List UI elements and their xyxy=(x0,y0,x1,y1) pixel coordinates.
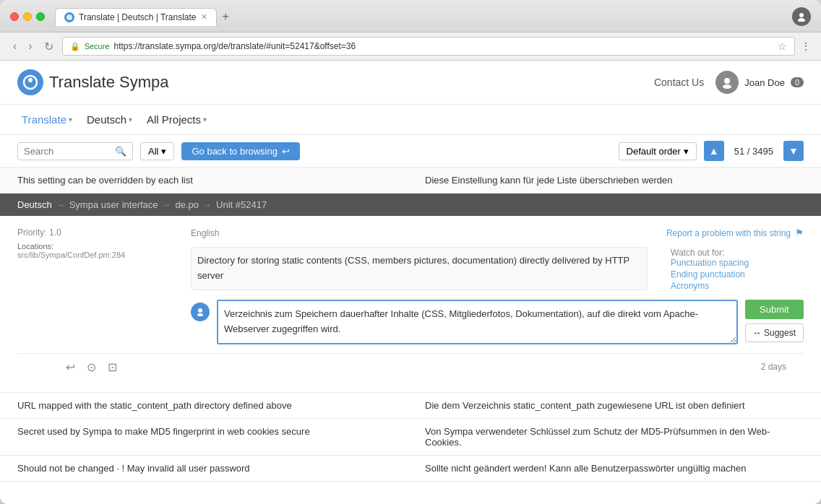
svg-point-4 xyxy=(28,78,33,82)
go-back-icon: ↩ xyxy=(282,146,290,157)
copy-button[interactable]: ⊙ xyxy=(85,358,98,376)
lang-label: English xyxy=(191,228,219,238)
order-dropdown-arrow: ▾ xyxy=(684,146,689,157)
back-button[interactable]: ‹ xyxy=(10,38,20,54)
translation-context: This setting can be overridden by each l… xyxy=(0,168,821,194)
next-unit-button[interactable]: ▼ xyxy=(783,141,804,161)
user-avatar xyxy=(715,71,739,94)
nav-translate[interactable]: Translate ▾ xyxy=(17,110,77,129)
new-tab-button[interactable]: + xyxy=(217,9,235,25)
unit-meta: Priority: 1.0 Locations: src/lib/Sympa/C… xyxy=(17,227,804,344)
active-tab[interactable]: Translate | Deutsch | Translate ✕ xyxy=(55,8,217,26)
address-bar: ‹ › ↻ 🔒 Secure https://translate.sympa.o… xyxy=(0,32,821,61)
search-box: 🔍 xyxy=(17,142,133,160)
search-icon: 🔍 xyxy=(115,146,126,157)
url-bar[interactable]: 🔒 Secure https://translate.sympa.org/de/… xyxy=(62,37,795,56)
svg-point-6 xyxy=(723,84,731,89)
suggest-button[interactable]: ↔ Suggest xyxy=(745,323,804,342)
location-label: Locations: xyxy=(17,242,162,251)
title-bar: Translate | Deutsch | Translate ✕ + xyxy=(0,0,821,32)
unit-main-content: English Report a problem with this strin… xyxy=(191,227,804,344)
history-button[interactable]: ⊡ xyxy=(106,358,119,376)
prev-unit-button[interactable]: ▲ xyxy=(704,141,724,161)
notification-badge[interactable]: 0 xyxy=(791,77,804,87)
site-header: Translate Sympa Contact Us Joan Doe 0 xyxy=(0,61,821,105)
logo-icon xyxy=(17,69,43,95)
url-text: https://translate.sympa.org/de/translate… xyxy=(114,41,356,51)
contact-us-link[interactable]: Contact Us xyxy=(654,77,704,88)
submit-button[interactable]: Submit xyxy=(745,300,804,319)
svg-point-2 xyxy=(798,18,805,22)
table-row: Should not be changed · ! May invalid al… xyxy=(0,456,821,482)
breadcrumb-project[interactable]: Sympa user interface xyxy=(69,199,158,210)
other-unit-source-1: Secret used by Sympa to make MD5 fingerp… xyxy=(17,426,396,448)
watch-item-punctuation-spacing[interactable]: Punctuation spacing xyxy=(671,258,804,268)
other-units: URL mapped with the static_content_path … xyxy=(0,393,821,482)
bookmark-icon[interactable]: ☆ xyxy=(778,40,787,52)
tab-bar: Translate | Deutsch | Translate ✕ + xyxy=(55,8,786,26)
other-unit-target-2: Sollte nicht geändert werden! Kann alle … xyxy=(425,463,804,474)
other-unit-target-0: Die dem Verzeichnis static_content_path … xyxy=(425,400,804,411)
breadcrumb-file[interactable]: de.po xyxy=(176,199,199,210)
source-text: Directory for storing static contents (C… xyxy=(191,247,648,290)
breadcrumb-arrow-2: → xyxy=(163,200,171,210)
time-ago: 2 days xyxy=(761,362,786,372)
page-content: Translate Sympa Contact Us Joan Doe 0 Tr… xyxy=(0,61,821,504)
table-row: URL mapped with the static_content_path … xyxy=(0,393,821,419)
translation-unit: Priority: 1.0 Locations: src/lib/Sympa/C… xyxy=(0,216,821,393)
browser-window: Translate | Deutsch | Translate ✕ + ‹ › … xyxy=(0,0,821,504)
meta-left: Priority: 1.0 Locations: src/lib/Sympa/C… xyxy=(17,227,162,344)
close-button[interactable] xyxy=(10,12,19,21)
all-projects-dropdown-arrow: ▾ xyxy=(203,116,207,123)
user-name: Joan Doe xyxy=(744,77,785,88)
profile-corner-icon[interactable] xyxy=(792,7,811,26)
lock-icon: 🔒 xyxy=(70,42,80,51)
tab-title: Translate | Deutsch | Translate xyxy=(79,12,197,22)
filter-dropdown-arrow: ▾ xyxy=(161,146,166,157)
tab-close-button[interactable]: ✕ xyxy=(201,12,207,22)
toolbar-right: Default order ▾ ▲ 51 / 3495 ▼ xyxy=(619,141,804,161)
browser-menu-icon[interactable]: ⋮ xyxy=(801,40,811,52)
svg-point-7 xyxy=(198,308,202,313)
breadcrumb-lang[interactable]: Deutsch xyxy=(17,199,52,210)
other-unit-source-2: Should not be changed · ! May invalid al… xyxy=(17,463,396,474)
traffic-lights xyxy=(10,12,45,21)
other-unit-target-1: Von Sympa verwendeter Schlüssel zum Schu… xyxy=(425,426,804,448)
tab-favicon xyxy=(64,12,74,22)
order-select[interactable]: Default order ▾ xyxy=(619,142,697,160)
go-back-button[interactable]: Go back to browsing ↩ xyxy=(181,142,300,160)
site-logo: Translate Sympa xyxy=(17,69,168,95)
unit-counter: 51 / 3495 xyxy=(731,146,776,157)
target-input[interactable]: Verzeichnis zum Speichern dauerhafter In… xyxy=(217,300,738,344)
action-buttons: Submit ↔ Suggest xyxy=(745,300,804,342)
table-row: Secret used by Sympa to make MD5 fingerp… xyxy=(0,419,821,456)
target-avatar xyxy=(191,303,210,321)
maximize-button[interactable] xyxy=(36,12,45,21)
report-link[interactable]: Report a problem with this string ⚑ xyxy=(666,227,804,238)
user-area: Joan Doe 0 xyxy=(715,71,804,94)
logo-text: Translate Sympa xyxy=(49,73,168,92)
watch-item-acronyms[interactable]: Acronyms xyxy=(671,281,804,291)
svg-point-5 xyxy=(724,78,730,84)
nav-all-projects[interactable]: All Projects ▾ xyxy=(142,110,211,129)
svg-point-1 xyxy=(799,13,804,17)
refresh-button[interactable]: ↻ xyxy=(41,38,56,55)
forward-button[interactable]: › xyxy=(25,38,35,54)
watch-item-ending-punctuation[interactable]: Ending punctuation xyxy=(671,269,804,279)
nav-bar: Translate ▾ Deutsch ▾ All Projects ▾ xyxy=(0,105,821,135)
priority-label: Priority: 1.0 xyxy=(17,227,162,238)
location-path: src/lib/Sympa/ConfDef.pm:284 xyxy=(17,251,162,259)
filter-button[interactable]: All ▾ xyxy=(140,142,174,160)
watch-out-section: Watch out for: Punctuation spacing Endin… xyxy=(659,247,804,292)
breadcrumb-unit: Unit #52417 xyxy=(216,199,267,210)
deutsch-dropdown-arrow: ▾ xyxy=(129,116,132,123)
header-right: Contact Us Joan Doe 0 xyxy=(654,71,804,94)
undo-button[interactable]: ↩ xyxy=(64,358,77,376)
breadcrumb-bar: Deutsch → Sympa user interface → de.po →… xyxy=(0,194,821,216)
toolbar: 🔍 All ▾ Go back to browsing ↩ Default or… xyxy=(0,135,821,168)
minimize-button[interactable] xyxy=(23,12,32,21)
report-icon: ⚑ xyxy=(795,227,804,238)
search-input[interactable] xyxy=(24,146,111,157)
nav-deutsch[interactable]: Deutsch ▾ xyxy=(82,110,137,129)
breadcrumb-arrow-1: → xyxy=(56,200,65,210)
